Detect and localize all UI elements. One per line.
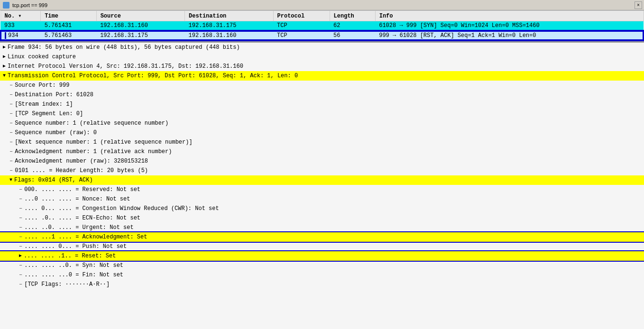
cell-no: 933 <box>0 21 41 31</box>
packet-list: No. ▾ Time Source Destination Protocol L… <box>0 10 644 42</box>
dest-port-line[interactable]: – Destination Port: 61028 <box>0 90 644 100</box>
dash-ecn: – <box>19 214 22 222</box>
cell-time: 5.761463 <box>41 31 96 40</box>
dash-reserved: – <box>19 185 22 194</box>
cell-time: 5.761431 <box>41 21 96 31</box>
seq-number-line[interactable]: – Sequence number: 1 (relative sequence … <box>0 119 644 128</box>
expand-arrow-flags[interactable]: ▼ <box>9 176 12 184</box>
cell-source: 192.168.31.160 <box>96 21 184 31</box>
tcp-flags-text: [TCP Flags: ·······A·R··] <box>24 280 110 289</box>
flag-reserved-line[interactable]: – 000. .... .... = Reserved: Not set <box>0 185 644 194</box>
flag-cwr-line[interactable]: – .... 0... .... = Congestion Window Red… <box>0 204 644 213</box>
cell-protocol: TCP <box>273 21 330 31</box>
expand-arrow-tcp[interactable]: ▼ <box>3 72 6 80</box>
cell-no: 934 <box>0 31 41 40</box>
ack-raw-line[interactable]: – Acknowledgment number (raw): 328015321… <box>0 156 644 166</box>
next-seq-line[interactable]: – [Next sequence number: 1 (relative seq… <box>0 137 644 147</box>
linux-line[interactable]: ▶ Linux cooked capture <box>0 52 644 62</box>
header-len-text: 0101 .... = Header Length: 20 bytes (5) <box>15 166 148 175</box>
col-header-info[interactable]: Info <box>375 11 644 21</box>
flag-fin-text: .... .... ...0 = Fin: Not set <box>24 271 123 279</box>
flags-text: Flags: 0x014 (RST, ACK) <box>14 176 93 184</box>
tcp-text: Transmission Control Protocol, Src Port:… <box>8 72 298 80</box>
internet-line[interactable]: ▶ Internet Protocol Version 4, Src: 192.… <box>0 62 644 71</box>
header-len-line[interactable]: – 0101 .... = Header Length: 20 bytes (5… <box>0 166 644 175</box>
internet-text: Internet Protocol Version 4, Src: 192.16… <box>8 62 243 71</box>
seq-number-text: Sequence number: 1 (relative sequence nu… <box>15 119 168 128</box>
col-header-protocol[interactable]: Protocol <box>273 11 330 21</box>
detail-pane: ▶ Frame 934: 56 bytes on wire (448 bits)… <box>0 42 644 329</box>
source-port-line[interactable]: – Source Port: 999 <box>0 81 644 90</box>
ack-number-text: Acknowledgment number: 1 (relative ack n… <box>15 147 172 156</box>
expand-arrow-frame[interactable]: ▶ <box>3 43 6 52</box>
packet-table: No. ▾ Time Source Destination Protocol L… <box>0 10 644 41</box>
flag-ecn-text: .... .0.. .... = ECN-Echo: Not set <box>24 214 140 222</box>
flag-push-text: .... .... 0... = Push: Not set <box>24 242 127 251</box>
flag-ack-text: .... ...1 .... = Acknowledgment: Set <box>24 233 147 241</box>
flag-cwr-text: .... 0... .... = Congestion Window Reduc… <box>24 204 219 213</box>
flag-nonce-text: ...0 .... .... = Nonce: Not set <box>24 195 130 203</box>
flag-ack-line[interactable]: – .... ...1 .... = Acknowledgment: Set <box>0 232 644 242</box>
flag-reset-text: .... .... .1.. = Reset: Set <box>24 252 116 260</box>
ack-raw-text: Acknowledgment number (raw): 3280153218 <box>15 157 148 165</box>
next-seq-text: [Next sequence number: 1 (relative seque… <box>15 138 192 146</box>
frame-line[interactable]: ▶ Frame 934: 56 bytes on wire (448 bits)… <box>0 43 644 52</box>
col-header-length[interactable]: Length <box>330 11 375 21</box>
dash-syn: – <box>19 261 22 270</box>
flag-fin-line[interactable]: – .... .... ...0 = Fin: Not set <box>0 270 644 280</box>
flag-urgent-text: .... ..0. .... = Urgent: Not set <box>24 223 133 232</box>
flags-line[interactable]: ▼ Flags: 0x014 (RST, ACK) <box>0 175 644 185</box>
dash-next-seq: – <box>9 138 13 146</box>
cell-protocol: TCP <box>273 31 330 40</box>
wireshark-icon <box>3 2 9 9</box>
tcp-flags-line[interactable]: – [TCP Flags: ·······A·R··] <box>0 280 644 289</box>
flag-ecn-line[interactable]: – .... .0.. .... = ECN-Echo: Not set <box>0 213 644 223</box>
dash-tcp-seg: – <box>9 110 13 118</box>
stream-index-text: [Stream index: 1] <box>15 100 73 109</box>
dash-push: – <box>19 242 22 251</box>
dest-port-text: Destination Port: 61028 <box>15 91 93 99</box>
flag-nonce-line[interactable]: – ...0 .... .... = Nonce: Not set <box>0 194 644 204</box>
dash-urgent: – <box>19 223 22 232</box>
seq-raw-line[interactable]: – Sequence number (raw): 0 <box>0 128 644 137</box>
dash-ack-flag: – <box>19 233 22 241</box>
dash-header-len: – <box>9 166 13 175</box>
table-header-row: No. ▾ Time Source Destination Protocol L… <box>0 11 644 21</box>
table-row[interactable]: 9335.761431192.168.31.160192.168.31.175T… <box>0 21 644 31</box>
flag-urgent-line[interactable]: – .... ..0. .... = Urgent: Not set <box>0 223 644 232</box>
flag-syn-line[interactable]: – .... .... ..0. = Syn: Not set <box>0 261 644 270</box>
dash-stream: – <box>9 100 13 109</box>
dash-seq: – <box>9 119 13 128</box>
flag-reset-line[interactable]: ▶ .... .... .1.. = Reset: Set <box>0 251 644 261</box>
tcp-seg-len-line[interactable]: – [TCP Segment Len: 0] <box>0 109 644 119</box>
dash-fin: – <box>19 271 22 279</box>
cell-length: 62 <box>330 21 375 31</box>
dash-seq-raw: – <box>9 128 13 137</box>
flag-push-line[interactable]: – .... .... 0... = Push: Not set <box>0 242 644 251</box>
col-header-no[interactable]: No. ▾ <box>0 11 41 21</box>
frame-text: Frame 934: 56 bytes on wire (448 bits), … <box>8 43 240 52</box>
flag-reserved-text: 000. .... .... = Reserved: Not set <box>24 185 140 194</box>
cell-length: 56 <box>330 31 375 40</box>
title-text: tcp.port == 999 <box>12 2 641 8</box>
stream-index-line[interactable]: – [Stream index: 1] <box>0 100 644 109</box>
close-button[interactable]: × <box>635 1 642 9</box>
table-row[interactable]: 9345.761463192.168.31.175192.168.31.160T… <box>0 31 644 40</box>
expand-arrow-reset[interactable]: ▶ <box>19 252 22 260</box>
cell-info: 61028 → 999 [SYN] Seq=0 Win=1024 Len=0 M… <box>375 21 644 31</box>
dash-nonce: – <box>19 195 22 203</box>
dash-cwr: – <box>19 204 22 213</box>
ack-number-line[interactable]: – Acknowledgment number: 1 (relative ack… <box>0 147 644 156</box>
source-port-text: Source Port: 999 <box>15 81 69 90</box>
expand-arrow-linux[interactable]: ▶ <box>3 53 6 61</box>
col-header-time[interactable]: Time <box>41 11 96 21</box>
linux-text: Linux cooked capture <box>8 53 76 61</box>
col-header-destination[interactable]: Destination <box>185 11 273 21</box>
col-header-source[interactable]: Source <box>96 11 184 21</box>
tcp-line[interactable]: ▼ Transmission Control Protocol, Src Por… <box>0 71 644 81</box>
dash-ack-raw: – <box>9 157 13 165</box>
cell-source: 192.168.31.175 <box>96 31 184 40</box>
flag-syn-text: .... .... ..0. = Syn: Not set <box>24 261 123 270</box>
dash-tcp-flags: – <box>19 280 22 289</box>
expand-arrow-internet[interactable]: ▶ <box>3 62 6 71</box>
